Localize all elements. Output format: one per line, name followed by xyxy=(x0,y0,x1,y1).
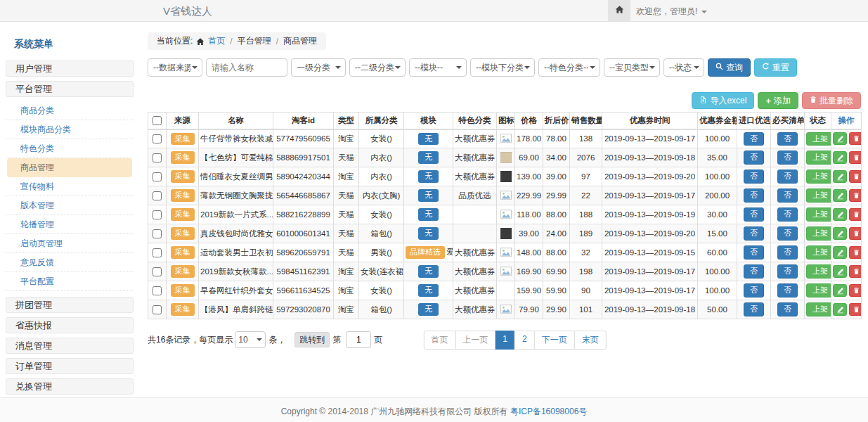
must-buy-toggle[interactable]: 否 xyxy=(777,151,798,164)
import-select-toggle[interactable]: 否 xyxy=(744,132,764,146)
pager-item[interactable]: 上一页 xyxy=(455,331,495,350)
jump-button[interactable]: 跳转到 xyxy=(294,332,330,347)
delete-button[interactable] xyxy=(849,246,862,259)
must-buy-toggle[interactable]: 否 xyxy=(777,207,798,221)
sidebar-group[interactable]: 省惠快报 xyxy=(6,317,134,333)
sidebar-item[interactable]: 商品分类 xyxy=(6,101,134,120)
row-checkbox[interactable] xyxy=(153,267,162,276)
reset-button[interactable]: 重置 xyxy=(754,58,797,77)
sidebar-group[interactable]: 拼团管理 xyxy=(6,297,134,313)
delete-button[interactable] xyxy=(849,265,862,278)
delete-button[interactable] xyxy=(849,170,862,183)
sidebar-group[interactable]: 平台管理 xyxy=(6,81,134,97)
status-button[interactable]: 上架 xyxy=(806,283,831,297)
status-button[interactable]: 上架 xyxy=(806,302,831,316)
import-select-toggle[interactable]: 否 xyxy=(744,151,764,164)
sidebar-item[interactable]: 商品管理 xyxy=(7,158,132,177)
search-button[interactable]: 查询 xyxy=(708,58,751,77)
must-buy-toggle[interactable]: 否 xyxy=(777,132,798,146)
delete-button[interactable] xyxy=(849,227,862,240)
must-buy-toggle[interactable]: 否 xyxy=(777,302,798,316)
must-buy-toggle[interactable]: 否 xyxy=(777,226,798,240)
status-select[interactable]: --状态-- xyxy=(663,58,704,77)
sidebar-group[interactable]: 用户管理 xyxy=(6,60,134,77)
pager-item[interactable]: 末页 xyxy=(574,331,607,350)
import-select-toggle[interactable]: 否 xyxy=(744,207,764,221)
pager-item[interactable]: 下一页 xyxy=(534,331,575,350)
row-checkbox[interactable] xyxy=(153,248,162,257)
home-button[interactable] xyxy=(608,0,630,21)
sidebar-item[interactable]: 轮播管理 xyxy=(6,215,134,234)
status-button[interactable]: 上架 xyxy=(806,245,831,259)
import-select-toggle[interactable]: 否 xyxy=(744,302,764,316)
status-button[interactable]: 上架 xyxy=(806,207,831,221)
data-source-select[interactable]: --数据来源-- xyxy=(148,58,202,77)
level1-category-select[interactable]: 一级分类 xyxy=(291,58,346,77)
row-checkbox[interactable] xyxy=(153,134,162,143)
status-button[interactable]: 上架 xyxy=(806,132,831,146)
edit-button[interactable] xyxy=(833,227,847,240)
import-select-toggle[interactable]: 否 xyxy=(744,283,764,297)
batch-delete-button[interactable]: 批量删除 xyxy=(802,92,861,109)
sidebar-item[interactable]: 平台配置 xyxy=(6,272,134,291)
edit-button[interactable] xyxy=(833,246,847,259)
module-subcategory-select[interactable]: --模块下分类-- xyxy=(470,58,535,77)
status-button[interactable]: 上架 xyxy=(806,226,831,240)
sidebar-group[interactable]: 消息管理 xyxy=(6,338,134,354)
delete-button[interactable] xyxy=(849,151,862,164)
per-page-select[interactable]: 10 xyxy=(235,331,266,348)
edit-button[interactable] xyxy=(833,132,847,145)
sidebar-group[interactable]: 兑换管理 xyxy=(6,378,134,395)
edit-button[interactable] xyxy=(833,151,847,164)
import-select-toggle[interactable]: 否 xyxy=(744,170,764,183)
must-buy-toggle[interactable]: 否 xyxy=(777,170,798,183)
import-select-toggle[interactable]: 否 xyxy=(744,264,764,278)
status-button[interactable]: 上架 xyxy=(806,264,831,278)
sidebar-item[interactable]: 启动页管理 xyxy=(6,234,134,253)
must-buy-toggle[interactable]: 否 xyxy=(777,245,798,259)
status-button[interactable]: 上架 xyxy=(806,188,831,202)
user-menu[interactable]: 欢迎您，管理员! xyxy=(636,6,707,18)
edit-button[interactable] xyxy=(833,170,847,183)
select-all-checkbox[interactable] xyxy=(153,116,162,125)
level2-category-select[interactable]: --二级分类-- xyxy=(349,58,406,77)
name-input[interactable] xyxy=(206,58,287,77)
jump-page-input[interactable] xyxy=(346,331,371,348)
edit-button[interactable] xyxy=(833,303,847,316)
sidebar-item[interactable]: 宣传物料 xyxy=(6,177,134,196)
edit-button[interactable] xyxy=(833,189,847,202)
sidebar-group[interactable]: 订单管理 xyxy=(6,358,134,374)
import-select-toggle[interactable]: 否 xyxy=(744,245,764,259)
pager-item[interactable]: 1 xyxy=(495,331,515,350)
add-button[interactable]: + 添加 xyxy=(758,92,798,109)
row-checkbox[interactable] xyxy=(153,153,162,162)
sidebar-item[interactable]: 模块商品分类 xyxy=(6,120,134,139)
import-excel-button[interactable]: 导入excel xyxy=(692,92,754,109)
row-checkbox[interactable] xyxy=(153,210,162,219)
sidebar-item[interactable]: 特色分类 xyxy=(6,139,134,158)
delete-button[interactable] xyxy=(849,303,862,316)
row-checkbox[interactable] xyxy=(153,191,162,200)
delete-button[interactable] xyxy=(849,208,862,221)
sidebar-item[interactable]: 版本管理 xyxy=(6,196,134,215)
pager-item[interactable]: 首页 xyxy=(423,331,455,350)
import-select-toggle[interactable]: 否 xyxy=(744,226,764,240)
status-button[interactable]: 上架 xyxy=(806,170,831,183)
pager-item[interactable]: 2 xyxy=(514,331,535,350)
edit-button[interactable] xyxy=(833,208,847,221)
breadcrumb-home-link[interactable]: 首页 xyxy=(208,35,225,47)
must-buy-toggle[interactable]: 否 xyxy=(777,283,798,297)
row-checkbox[interactable] xyxy=(153,172,162,181)
must-buy-toggle[interactable]: 否 xyxy=(777,188,798,202)
special-category-select[interactable]: --特色分类-- xyxy=(538,58,600,77)
sidebar-item[interactable]: 意见反馈 xyxy=(6,253,134,272)
item-type-select[interactable]: --宝贝类型-- xyxy=(604,58,660,77)
row-checkbox[interactable] xyxy=(153,229,162,238)
delete-button[interactable] xyxy=(849,189,862,202)
import-select-toggle[interactable]: 否 xyxy=(744,188,764,202)
edit-button[interactable] xyxy=(833,265,847,278)
row-checkbox[interactable] xyxy=(153,286,162,295)
must-buy-toggle[interactable]: 否 xyxy=(777,264,798,278)
delete-button[interactable] xyxy=(849,132,862,145)
module-select[interactable]: --模块-- xyxy=(409,58,467,77)
